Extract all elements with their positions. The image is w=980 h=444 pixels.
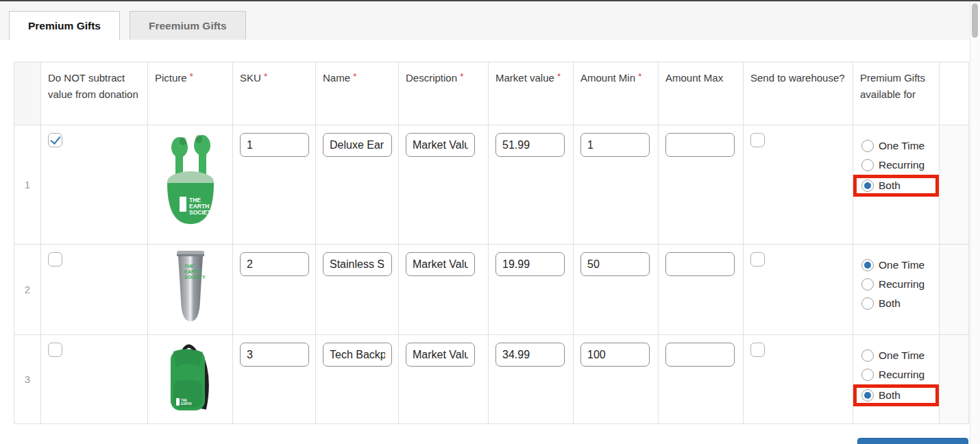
- tab-freemium-gifts[interactable]: Freemium Gifts: [130, 11, 246, 40]
- tab-premium-gifts[interactable]: Premium Gifts: [9, 11, 120, 40]
- column-header-picture: Picture *: [148, 62, 233, 125]
- radio-one-time[interactable]: One Time: [861, 256, 932, 275]
- add-premium-gift-button[interactable]: Add Premium Gift: [857, 438, 968, 444]
- svg-text:SOCIETY: SOCIETY: [189, 209, 215, 216]
- amount-min-input[interactable]: [580, 252, 650, 276]
- required-asterisk: *: [638, 71, 641, 82]
- name-input[interactable]: [323, 343, 392, 367]
- column-header-name: Name *: [316, 62, 399, 125]
- required-asterisk: *: [264, 71, 267, 82]
- radio-both[interactable]: Both: [861, 294, 932, 313]
- column-header-subtract: Do NOT subtract value from donation: [41, 62, 148, 125]
- subtract-checkbox[interactable]: [48, 343, 62, 357]
- description-input[interactable]: [406, 133, 475, 157]
- market-value-input[interactable]: [495, 133, 565, 157]
- earbuds-image: THE EARTH SOCIETY: [163, 224, 218, 236]
- row-number: 1: [14, 125, 41, 245]
- column-header-actions: [940, 62, 969, 125]
- subtract-checkbox[interactable]: [48, 133, 62, 147]
- description-input[interactable]: [406, 252, 475, 276]
- column-header-sku: SKU *: [233, 62, 316, 125]
- name-input[interactable]: [323, 252, 392, 276]
- subtract-checkbox[interactable]: [48, 252, 62, 267]
- warehouse-checkbox[interactable]: [750, 252, 765, 267]
- market-value-input[interactable]: [495, 343, 565, 367]
- premium-gifts-panel: Do NOT subtract value from donation Pict…: [14, 62, 980, 424]
- sku-input[interactable]: [240, 252, 309, 276]
- scrollbar-thumb[interactable]: [972, 3, 978, 38]
- tab-strip: Premium Gifts Freemium Gifts: [0, 1, 970, 40]
- required-asterisk: *: [190, 71, 193, 82]
- radio-recurring[interactable]: Recurring: [861, 275, 932, 294]
- tumbler-image: THE EARTH SOCIETY: [175, 314, 206, 326]
- amount-max-input[interactable]: [665, 252, 735, 276]
- description-input[interactable]: [406, 343, 475, 367]
- radio-recurring[interactable]: Recurring: [861, 156, 932, 175]
- column-header-rownum: [14, 62, 41, 125]
- radio-one-time[interactable]: One Time: [861, 346, 932, 365]
- sku-input[interactable]: [240, 343, 309, 367]
- warehouse-checkbox[interactable]: [750, 133, 765, 147]
- market-value-input[interactable]: [495, 252, 565, 276]
- table-row: 2: [14, 245, 969, 335]
- name-input[interactable]: [323, 133, 392, 157]
- row-number: 3: [14, 335, 41, 424]
- radio-recurring[interactable]: Recurring: [861, 365, 932, 384]
- backpack-image: THE EARTH: [168, 404, 213, 415]
- vertical-scrollbar[interactable]: [970, 1, 980, 444]
- column-header-warehouse: Send to warehouse?: [744, 62, 853, 125]
- amount-max-input[interactable]: [665, 133, 735, 157]
- radio-both[interactable]: Both: [853, 384, 939, 406]
- gifts-table: Do NOT subtract value from donation Pict…: [14, 62, 969, 424]
- amount-min-input[interactable]: [580, 343, 650, 367]
- svg-text:EARTH: EARTH: [181, 402, 192, 406]
- column-header-amount-min: Amount Min *: [574, 62, 659, 125]
- table-row: 1 THE: [14, 125, 969, 245]
- radio-one-time[interactable]: One Time: [861, 136, 932, 156]
- sku-input[interactable]: [240, 133, 309, 157]
- required-asterisk: *: [557, 71, 561, 82]
- amount-min-input[interactable]: [580, 133, 650, 157]
- header-row: Do NOT subtract value from donation Pict…: [14, 62, 969, 125]
- amount-max-input[interactable]: [665, 343, 735, 367]
- required-asterisk: *: [460, 71, 463, 82]
- column-header-description: Description *: [399, 62, 489, 125]
- table-actions: Add Premium Gift: [0, 438, 968, 444]
- column-header-amount-max: Amount Max: [659, 62, 744, 125]
- required-asterisk: *: [353, 71, 356, 82]
- svg-text:SOCIETY: SOCIETY: [184, 275, 206, 280]
- svg-text:THE: THE: [184, 264, 194, 269]
- warehouse-checkbox[interactable]: [750, 343, 765, 357]
- column-header-market-value: Market value *: [489, 62, 574, 125]
- svg-text:EARTH: EARTH: [184, 269, 201, 274]
- table-row: 3 THE EARTH: [14, 335, 969, 424]
- radio-both[interactable]: Both: [853, 175, 939, 197]
- column-header-available-for: Premium Gifts available for: [853, 62, 940, 125]
- row-number: 2: [14, 245, 41, 335]
